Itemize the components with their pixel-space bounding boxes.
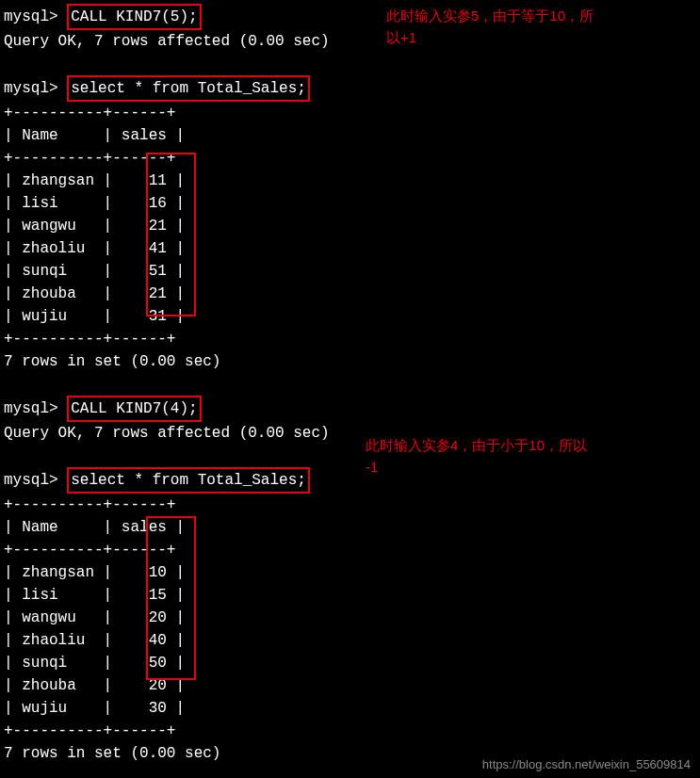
- command-call2: CALL KIND7(4);: [67, 396, 201, 422]
- annotation-1: 此时输入实参5，由于等于10，所 以+1: [386, 6, 594, 48]
- table-row: | zhouba | 21 |: [4, 283, 696, 305]
- table-row: | wujiu | 31 |: [4, 305, 696, 328]
- highlight-box-table1-values: [146, 153, 196, 316]
- watermark: https://blog.csdn.net/weixin_55609814: [482, 755, 691, 774]
- table-border: +----------+------+: [4, 328, 696, 350]
- table-border: +----------+------+: [4, 539, 696, 561]
- command-select1: select * from Total_Sales;: [67, 75, 310, 102]
- table1-body: | zhangsan | 11 || lisi | 16 || wangwu |…: [4, 170, 696, 328]
- table-row: | lisi | 15 |: [4, 584, 696, 607]
- table-border: +----------+------+: [4, 102, 696, 124]
- prompt: mysql>: [4, 8, 58, 25]
- table-header: | Name | sales |: [4, 124, 696, 147]
- table-row: | lisi | 16 |: [4, 192, 696, 215]
- table-row: | zhangsan | 10 |: [4, 561, 696, 584]
- table-row: | sunqi | 51 |: [4, 260, 696, 283]
- highlight-box-table2-values: [146, 516, 196, 680]
- table-border: +----------+------+: [4, 494, 696, 516]
- call-command-2: mysql> CALL KIND7(4);: [4, 396, 696, 422]
- table-border: +----------+------+: [4, 720, 696, 742]
- command-call1: CALL KIND7(5);: [67, 4, 201, 30]
- table-row: | zhangsan | 11 |: [4, 170, 696, 192]
- annotation-2: 此时输入实参4，由于小于10，所以 -1: [366, 435, 587, 478]
- select-command-2: mysql> select * from Total_Sales;: [4, 467, 696, 494]
- rows-result: 7 rows in set (0.00 sec): [4, 350, 696, 373]
- table-row: | wangwu | 20 |: [4, 607, 696, 629]
- table-header: | Name | sales |: [4, 516, 696, 539]
- prompt: mysql>: [4, 80, 58, 97]
- prompt: mysql>: [4, 472, 58, 489]
- command-select2: select * from Total_Sales;: [67, 467, 310, 494]
- select-command-1: mysql> select * from Total_Sales;: [4, 75, 696, 102]
- prompt: mysql>: [4, 400, 58, 417]
- table2-body: | zhangsan | 10 || lisi | 15 || wangwu |…: [4, 561, 696, 720]
- table-row: | zhaoliu | 41 |: [4, 237, 696, 260]
- table-row: | zhaoliu | 40 |: [4, 629, 696, 652]
- terminal-output: mysql> CALL KIND7(5); Query OK, 7 rows a…: [4, 4, 696, 778]
- table-border: +----------+------+: [4, 147, 696, 170]
- table-row: | zhouba | 20 |: [4, 674, 696, 697]
- query-result-2: Query OK, 7 rows affected (0.00 sec): [4, 422, 696, 445]
- table-row: | wangwu | 21 |: [4, 215, 696, 237]
- table-row: | wujiu | 30 |: [4, 697, 696, 720]
- table-row: | sunqi | 50 |: [4, 652, 696, 674]
